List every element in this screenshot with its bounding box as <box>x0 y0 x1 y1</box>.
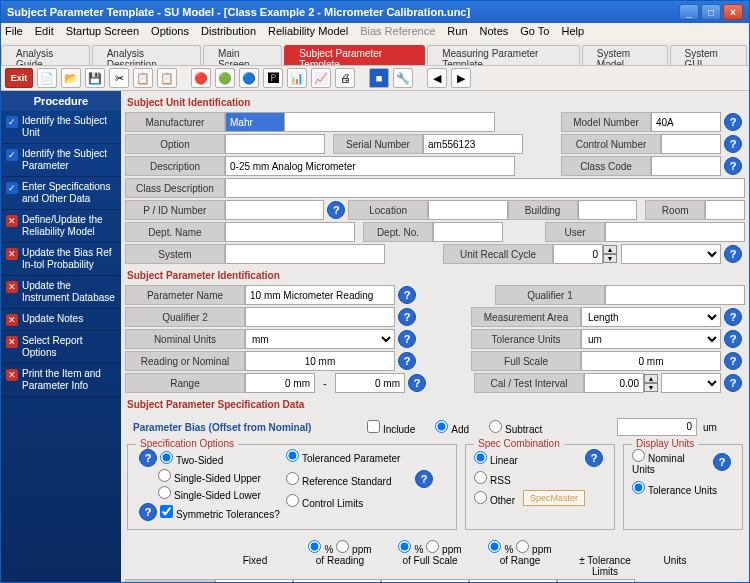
cell-upper-reading[interactable]: 0 <box>293 579 381 582</box>
sidebar-item-0[interactable]: ✓Identify the Subject Unit <box>1 111 121 144</box>
tool-icon[interactable]: 📈 <box>311 68 331 88</box>
tab-system-gui[interactable]: System GUI <box>670 45 747 65</box>
cell-upper-fs[interactable]: 0 <box>381 579 469 582</box>
sidebar-item-5[interactable]: ✕Update the Instrument Database <box>1 276 121 309</box>
radio-add[interactable]: Add <box>435 420 469 435</box>
input-pid[interactable] <box>225 200 325 220</box>
menu-notes[interactable]: Notes <box>480 25 509 41</box>
menu-run[interactable]: Run <box>447 25 467 41</box>
radio-ctrl-limits[interactable]: Control Limits <box>286 498 363 509</box>
menu-edit[interactable]: Edit <box>35 25 54 41</box>
radio-tol-param[interactable]: Toleranced Parameter <box>286 453 400 464</box>
help-icon[interactable]: ? <box>408 374 426 392</box>
help-icon[interactable]: ? <box>724 374 742 392</box>
sidebar-item-8[interactable]: ✕Print the Item and Parameter Info <box>1 364 121 397</box>
input-class-code[interactable] <box>651 156 721 176</box>
input-qual2[interactable] <box>245 307 395 327</box>
sidebar-item-1[interactable]: ✓Identify the Subject Parameter <box>1 144 121 177</box>
caltest-spinner[interactable]: ▲▼ <box>644 374 658 392</box>
radio-pct-range[interactable]: % <box>488 544 513 555</box>
tool-icon[interactable]: ■ <box>369 68 389 88</box>
input-reading-nom[interactable]: 10 mm <box>245 351 395 371</box>
tab-measuring-param[interactable]: Measuring Parameter Template <box>427 45 580 65</box>
input-system[interactable] <box>225 244 385 264</box>
tool-icon[interactable]: 🟢 <box>215 68 235 88</box>
input-param-name[interactable]: 10 mm Micrometer Reading <box>245 285 395 305</box>
select-tol-units[interactable]: um <box>581 329 721 349</box>
tool-icon[interactable]: 🔧 <box>393 68 413 88</box>
input-manufacturer[interactable]: Mahr <box>225 112 285 132</box>
input-bias[interactable]: 0 <box>617 418 697 436</box>
close-button[interactable]: × <box>723 4 743 20</box>
input-deptname[interactable] <box>225 222 355 242</box>
help-icon[interactable]: ? <box>398 352 416 370</box>
recall-units[interactable] <box>621 244 721 264</box>
cell-upper-range[interactable]: 0 <box>469 579 557 582</box>
radio-disp-tol[interactable]: Tolerance Units <box>632 485 717 496</box>
input-recall[interactable]: 0 <box>553 244 603 264</box>
help-icon[interactable]: ? <box>415 470 433 488</box>
tool-icon[interactable]: ✂ <box>109 68 129 88</box>
sidebar-item-3[interactable]: ✕Define/Update the Reliability Model <box>1 210 121 243</box>
help-icon[interactable]: ? <box>139 449 157 467</box>
maximize-button[interactable]: □ <box>701 4 721 20</box>
minimize-button[interactable]: _ <box>679 4 699 20</box>
radio-ref-std[interactable]: Reference Standard <box>286 472 412 487</box>
radio-ppm-range[interactable]: ppm <box>516 544 551 555</box>
help-icon[interactable]: ? <box>724 308 742 326</box>
input-deptno[interactable] <box>433 222 503 242</box>
select-meas-area[interactable]: Length <box>581 307 721 327</box>
radio-ppm-reading[interactable]: ppm <box>336 544 371 555</box>
tab-system-model[interactable]: System Model <box>582 45 668 65</box>
menu-goto[interactable]: Go To <box>520 25 549 41</box>
input-building[interactable] <box>578 200 638 220</box>
tool-icon[interactable]: 📄 <box>37 68 57 88</box>
input-user[interactable] <box>605 222 745 242</box>
tool-icon[interactable]: ◀ <box>427 68 447 88</box>
cell-upper-fixed[interactable]: 4 <box>215 579 293 582</box>
sidebar-item-7[interactable]: ✕Select Report Options <box>1 331 121 364</box>
menu-file[interactable]: File <box>5 25 23 41</box>
help-icon[interactable]: ? <box>724 113 742 131</box>
radio-two-sided[interactable]: Two-Sided <box>160 451 223 466</box>
menu-distribution[interactable]: Distribution <box>201 25 256 41</box>
radio-linear[interactable]: Linear <box>474 451 518 466</box>
radio-pct-fs[interactable]: % <box>398 544 423 555</box>
radio-ssu[interactable]: Single-Sided Upper <box>158 473 261 484</box>
input-qual1[interactable] <box>605 285 745 305</box>
radio-disp-nom[interactable]: Nominal Units <box>632 449 710 475</box>
menu-options[interactable]: Options <box>151 25 189 41</box>
help-icon[interactable]: ? <box>398 308 416 326</box>
sidebar-item-6[interactable]: ✕Update Notes <box>1 309 121 331</box>
input-room[interactable] <box>705 200 745 220</box>
recall-spinner[interactable]: ▲▼ <box>603 245 617 263</box>
tab-analysis-description[interactable]: Analysis Description <box>92 45 201 65</box>
help-icon[interactable]: ? <box>724 330 742 348</box>
sidebar-item-2[interactable]: ✓Enter Specifications and Other Data <box>1 177 121 210</box>
tab-analysis-guide[interactable]: Analysis Guide <box>1 45 90 65</box>
radio-subtract[interactable]: Subtract <box>489 420 542 435</box>
help-icon[interactable]: ? <box>398 286 416 304</box>
menu-reliability[interactable]: Reliability Model <box>268 25 348 41</box>
input-fullscale[interactable]: 0 mm <box>581 351 721 371</box>
menu-biasref[interactable]: Bias Reference <box>360 25 435 41</box>
help-icon[interactable]: ? <box>724 352 742 370</box>
radio-pct-reading[interactable]: % <box>308 544 333 555</box>
specmaster-button[interactable]: SpecMaster <box>523 490 585 506</box>
radio-other[interactable]: Other <box>474 491 515 506</box>
select-cal-test-units[interactable] <box>661 373 721 393</box>
tool-icon[interactable]: 🖨 <box>335 68 355 88</box>
tool-icon[interactable]: ▶ <box>451 68 471 88</box>
tool-icon[interactable]: 🅿 <box>263 68 283 88</box>
check-symtol[interactable]: Symmetric Tolerances? <box>160 505 280 520</box>
tool-icon[interactable]: 📋 <box>133 68 153 88</box>
input-serial[interactable]: am556123 <box>423 134 523 154</box>
check-include[interactable]: Include <box>367 420 415 435</box>
tool-icon[interactable]: 🔵 <box>239 68 259 88</box>
radio-rss[interactable]: RSS <box>474 475 511 486</box>
radio-ppm-fs[interactable]: ppm <box>426 544 461 555</box>
menu-startup[interactable]: Startup Screen <box>66 25 139 41</box>
input-range-hi[interactable]: 0 mm <box>335 373 405 393</box>
input-class-desc[interactable] <box>225 178 745 198</box>
exit-button[interactable]: Exit <box>5 68 33 88</box>
